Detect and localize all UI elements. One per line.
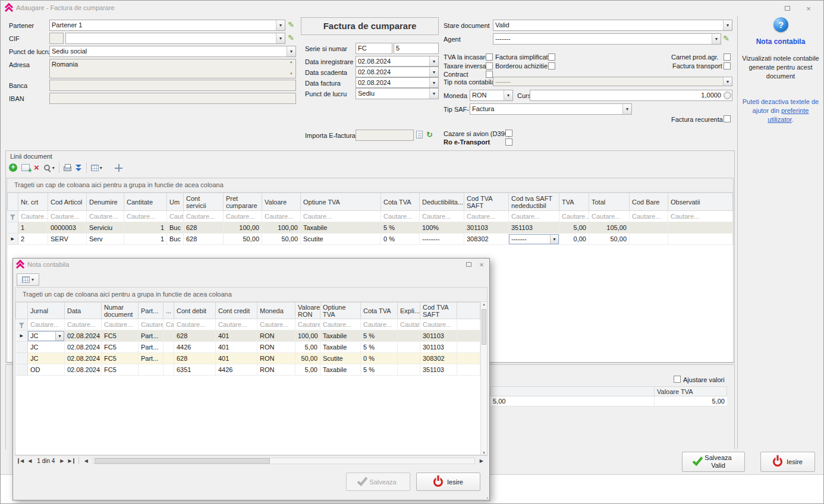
grid-cell[interactable]: 50,00 (224, 234, 262, 245)
iban-field[interactable] (49, 93, 296, 104)
grid-cell[interactable]: FC5 (102, 342, 139, 353)
search-menu-button[interactable]: ▾ (43, 164, 55, 172)
scroll-up-icon[interactable]: ▲ (482, 303, 486, 306)
close-button[interactable]: × (803, 4, 814, 13)
grid-cell[interactable]: FC5 (102, 364, 139, 376)
salveaza-valid-button[interactable]: SalveazaValid (682, 452, 745, 472)
tip-saft-combo[interactable]: Factura ▾ (470, 103, 632, 115)
banca-field[interactable] (49, 80, 296, 91)
column-header[interactable]: ... (163, 303, 174, 319)
importa-efactura-field[interactable] (356, 130, 414, 141)
grid-cell[interactable]: 5 % (381, 222, 420, 234)
chevron-down-icon[interactable]: ▾ (723, 77, 732, 86)
taxare-inversa-checkbox[interactable] (486, 62, 493, 70)
grid-cell[interactable]: Serviciu (87, 222, 124, 234)
chevron-down-icon[interactable]: ▾ (287, 46, 295, 56)
grid-cell[interactable]: 1 (124, 222, 167, 234)
cazare-avion-checkbox[interactable] (505, 130, 512, 137)
ro-etransport-checkbox[interactable] (505, 138, 512, 146)
filter-cell[interactable]: Cautare... (87, 211, 124, 222)
grid-cell[interactable]: Taxabile (301, 222, 381, 234)
filter-cell[interactable]: Cautare... (668, 211, 733, 222)
filter-row-icon[interactable] (8, 211, 18, 222)
grid-cell[interactable]: 628 (174, 353, 216, 364)
chevron-down-icon[interactable]: ▾ (429, 56, 438, 66)
grid-cell[interactable] (398, 342, 420, 353)
filter-cell[interactable]: Cautare... (163, 319, 174, 330)
chevron-down-icon[interactable]: ▾ (276, 33, 285, 43)
column-header[interactable]: Optiune TVA (301, 193, 381, 211)
data-scadenta-picker[interactable]: 02.08.2024 ▾ (356, 67, 439, 77)
cif-prefix-field[interactable] (49, 33, 64, 44)
contract-checkbox[interactable] (486, 71, 493, 78)
grid-cell[interactable]: 6351 (174, 364, 216, 376)
grid-row[interactable]: 10000003Serviciu1Buc628100,00100,00Taxab… (8, 222, 733, 234)
grid-cell[interactable]: Part... (139, 353, 163, 364)
filter-cell[interactable]: Cautare... (257, 319, 295, 330)
scroll-up-icon[interactable]: ▴ (290, 59, 293, 64)
group-by-panel[interactable]: Trageti un cap de coloana aici pentru a … (15, 288, 487, 302)
column-header[interactable]: Deductibilita... (420, 193, 464, 211)
grid-cell[interactable]: 50,00 (262, 234, 301, 245)
grid-cell[interactable]: RON (257, 353, 295, 364)
column-header[interactable]: Numar document (102, 303, 139, 319)
grid-cell[interactable]: RON (257, 330, 295, 342)
filter-cell[interactable]: Cautare... (174, 319, 216, 330)
grid-cell[interactable]: 105,00 (589, 222, 630, 234)
column-header[interactable]: Cod tva SAFT nedeductibil (509, 193, 559, 211)
adresa-field[interactable]: Romania (49, 59, 296, 78)
column-header[interactable]: Data (65, 303, 102, 319)
chevron-down-icon[interactable]: ▾ (429, 89, 438, 99)
grid-cell[interactable]: RON (257, 342, 295, 353)
column-header[interactable]: Cod TVA SAFT (420, 303, 457, 319)
factura-transport-checkbox[interactable] (724, 62, 731, 70)
column-header[interactable]: Nr. crt (18, 193, 48, 211)
column-header[interactable]: Total (589, 193, 630, 211)
layout-menu-button[interactable]: ▾ (91, 165, 102, 171)
grid-cell[interactable]: 5,00 (559, 222, 589, 234)
numar-field[interactable]: 5 (394, 43, 439, 54)
grid-cell[interactable]: RON (257, 364, 295, 376)
add-row-button[interactable]: + (9, 163, 17, 172)
grid-cell[interactable]: 4426 (216, 364, 257, 376)
grid-cell[interactable]: 100,00 (262, 222, 301, 234)
spinner-icon[interactable] (724, 92, 731, 99)
window-titlebar[interactable]: Adaugare - Factura de cumparare × (1, 1, 823, 16)
grid-cell[interactable]: -------- (420, 234, 464, 245)
curs-spin-field[interactable]: 1,0000 (530, 90, 732, 101)
column-header[interactable]: Cod Bare (630, 193, 668, 211)
grid-cell[interactable]: SERV (48, 234, 87, 245)
column-header[interactable]: Um (167, 193, 184, 211)
chevron-down-icon[interactable]: ▾ (429, 78, 438, 87)
data-inregistrare-picker[interactable]: 02.08.2024 ▾ (356, 56, 439, 67)
filter-cell[interactable]: Cautare... (224, 211, 262, 222)
grid-cell[interactable]: 0000003 (48, 222, 87, 234)
grid-cell[interactable]: 5 % (361, 342, 398, 353)
grid-cell[interactable]: Part... (139, 342, 163, 353)
cell-combo-editor[interactable]: -------▾ (509, 234, 559, 245)
grid-row[interactable]: JC02.08.2024FC5Part...628401RON50,00Scut… (16, 353, 480, 364)
grid-cell[interactable] (398, 330, 420, 342)
filter-row-icon[interactable] (16, 319, 28, 330)
grid-cell[interactable]: FC5 (102, 330, 139, 342)
grid-cell[interactable]: 50,00 (295, 353, 320, 364)
filter-cell[interactable]: Cautare... (262, 211, 301, 222)
column-header[interactable]: Cont debit (174, 303, 216, 319)
tva-la-incasare-checkbox[interactable] (486, 53, 493, 61)
filter-cell[interactable]: Cautare... (420, 319, 457, 330)
pager-next-button[interactable]: ▶ (59, 458, 65, 464)
grid-cell[interactable]: 628 (184, 234, 224, 245)
column-header[interactable]: Moneda (257, 303, 295, 319)
dialog-iesire-button[interactable]: Iesire (416, 472, 480, 491)
column-header[interactable]: Cota TVA (381, 193, 420, 211)
grid-cell[interactable] (668, 234, 733, 245)
filter-cell[interactable]: Cautare... (167, 211, 184, 222)
grid-cell[interactable]: OD (28, 364, 65, 376)
grid-cell[interactable]: 301103 (420, 342, 457, 353)
iesire-button[interactable]: Iesire (760, 452, 815, 472)
carnet-prod-agr-checkbox[interactable] (724, 53, 731, 61)
chevron-down-icon[interactable]: ▾ (622, 104, 631, 114)
data-factura-picker[interactable]: 02.08.2024 ▾ (356, 77, 439, 88)
column-header[interactable]: Denumire (87, 193, 124, 211)
grid-cell[interactable]: 301103 (420, 330, 457, 342)
